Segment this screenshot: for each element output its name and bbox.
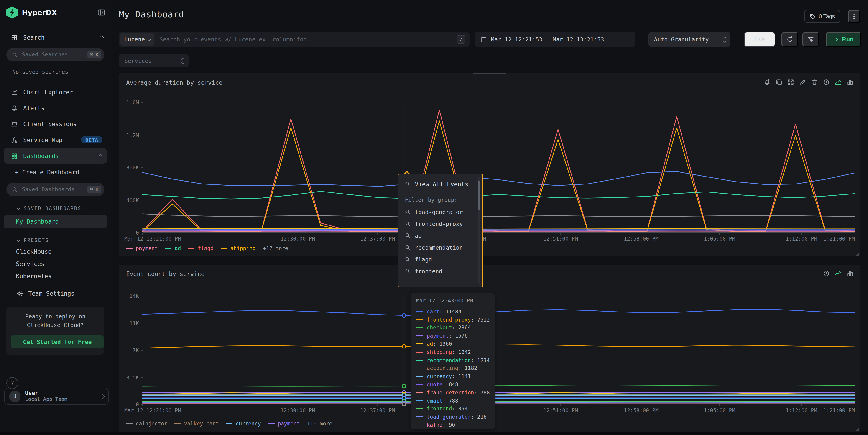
legend-item-ad[interactable]: ad [165, 245, 181, 251]
sidebar-item-dashboards[interactable]: Dashboards [4, 148, 107, 163]
popup-item-load-generator[interactable]: load-generator [405, 206, 476, 218]
create-dashboard-button[interactable]: + Create Dashboard [15, 169, 111, 176]
refresh-button[interactable] [781, 32, 798, 47]
sidebar-item-chart-explorer[interactable]: Chart Explorer [4, 84, 107, 100]
add-alert-icon[interactable] [764, 79, 771, 86]
series-dash-icon [416, 392, 423, 393]
sidebar-item-service-map[interactable]: Service Map BETA [4, 132, 107, 148]
delete-icon[interactable] [811, 79, 818, 86]
search-icon [12, 52, 18, 58]
legend-item-payment[interactable]: payment [268, 421, 300, 427]
chart-toolbar [823, 270, 854, 277]
y-axis-label: 7K [119, 347, 139, 353]
bar-chart-icon[interactable] [846, 270, 854, 277]
panel-menu-button[interactable] [848, 10, 860, 23]
run-button[interactable]: Run [826, 32, 861, 47]
series-dash-icon [175, 423, 181, 424]
popup-item-flagd[interactable]: flagd [405, 253, 476, 265]
query-search-bar[interactable]: Lucene Search your events w/ Lucene ex. … [119, 32, 469, 47]
popup-item-frontend-proxy[interactable]: frontend-proxy [405, 218, 476, 229]
series-dash-icon [416, 408, 423, 409]
chart-legend: payment ad flagd shipping +12 more [126, 245, 288, 251]
legend-item-payment[interactable]: payment [126, 245, 158, 251]
sidebar-item-kubernetes[interactable]: Kubernetes [0, 270, 111, 282]
line-chart[interactable] [143, 102, 855, 233]
live-button[interactable]: Live [744, 32, 775, 47]
section-saved-dashboards[interactable]: SAVED DASHBOARDS [17, 206, 104, 211]
x-axis-label: 12:58:00 PM [624, 407, 658, 413]
series-dash-icon [416, 384, 423, 385]
collapse-sidebar-icon[interactable] [97, 9, 105, 17]
get-started-button[interactable]: Get Started for Free [11, 335, 104, 348]
chevron-updown-icon [724, 37, 726, 42]
scrollbar-thumb[interactable] [478, 181, 480, 210]
legend-more-link[interactable]: +12 more [263, 245, 288, 251]
line-chart[interactable] [143, 296, 855, 404]
legend-more-link[interactable]: +16 more [307, 421, 333, 427]
legend-item-flagd[interactable]: flagd [188, 245, 214, 251]
saved-searches-input[interactable]: Saved Searches ⌘ K [6, 48, 104, 61]
y-axis-label: 0 [119, 401, 139, 408]
time-icon[interactable] [823, 270, 830, 277]
sidebar-item-search[interactable]: Search [11, 34, 103, 41]
date-range-picker[interactable]: Mar 12 12:21:53 - Mar 12 13:21:53 [475, 32, 635, 47]
help-button[interactable]: ? [6, 377, 18, 389]
tags-button[interactable]: 0 Tags [804, 10, 840, 23]
sidebar-item-client-sessions[interactable]: Client Sessions [4, 116, 107, 132]
granularity-select[interactable]: Auto Granularity [649, 32, 731, 47]
tooltip-row: load-generator : 216 [416, 413, 489, 421]
user-card[interactable]: U User Local App Team [4, 387, 109, 405]
legend-item-valkey-cart[interactable]: valkey-cart [175, 421, 219, 427]
refresh-icon [786, 36, 793, 43]
x-axis-label: Mar 12 12:21:00 PM [124, 236, 181, 242]
x-axis-label: 12:51:00 PM [543, 407, 578, 413]
bar-chart-icon[interactable] [846, 79, 854, 86]
presets-list: ClickHouseServicesKubernetes [0, 246, 111, 282]
line-chart-icon[interactable] [835, 270, 842, 277]
services-filter-select[interactable]: Services [119, 54, 189, 67]
sidebar-item-my-dashboard[interactable]: My Dashboard [4, 215, 107, 228]
x-axis-label: 12:58:00 PM [624, 236, 658, 242]
tooltip-row: email : 788 [416, 397, 489, 405]
search-icon [405, 256, 410, 262]
popup-item-frontend[interactable]: frontend [405, 265, 476, 277]
series-dash-icon [416, 343, 423, 344]
popup-item-recommendation[interactable]: recommendation [405, 241, 476, 253]
filter-button[interactable] [802, 32, 819, 47]
popup-item-ad[interactable]: ad [405, 229, 476, 241]
tooltip-row: recommendation : 1234 [416, 356, 489, 364]
legend-item-shipping[interactable]: shipping [221, 245, 256, 251]
expand-icon[interactable] [787, 79, 794, 86]
series-dash-icon [188, 248, 195, 249]
scrollbar[interactable] [478, 177, 480, 284]
resize-handle[interactable] [856, 252, 859, 255]
time-icon[interactable] [823, 79, 830, 86]
legend-item-cainjector[interactable]: cainjector [126, 421, 167, 427]
sidebar-item-clickhouse[interactable]: ClickHouse [0, 246, 111, 258]
avatar: U [9, 391, 21, 402]
series-dash-icon [226, 423, 232, 424]
view-all-events-item[interactable]: View All Events [405, 178, 476, 190]
y-axis-label: 0 [119, 229, 139, 236]
edit-icon[interactable] [799, 79, 806, 86]
language-select[interactable]: Lucene [120, 33, 154, 45]
sidebar-item-team-settings[interactable]: Team Settings [17, 290, 111, 297]
chevron-down-icon [17, 239, 20, 242]
tooltip-rows: cart : 11484 frontend-proxy : 7512 check… [416, 307, 489, 429]
duplicate-icon[interactable] [776, 79, 782, 86]
saved-dashboards-input[interactable]: Saved Dashboards ⌘ K [6, 183, 104, 196]
line-chart-icon[interactable] [835, 79, 842, 86]
chart-explorer-icon [11, 89, 18, 95]
sidebar-item-services[interactable]: Services [0, 258, 111, 270]
legend-item-currency[interactable]: currency [226, 421, 261, 427]
sidebar-nav: Chart Explorer Alerts Client Sessions Se… [0, 84, 111, 163]
tag-icon [810, 13, 816, 19]
section-presets[interactable]: PRESETS [17, 237, 104, 243]
resize-handle[interactable] [856, 428, 859, 431]
table-icon [11, 34, 18, 41]
hyperdx-logo-icon[interactable] [6, 6, 18, 19]
sidebar-item-alerts[interactable]: Alerts [4, 100, 107, 116]
panel-drag-handle[interactable] [473, 73, 506, 74]
tooltip-row: kafka : 90 [416, 421, 489, 429]
gear-icon [17, 290, 23, 297]
